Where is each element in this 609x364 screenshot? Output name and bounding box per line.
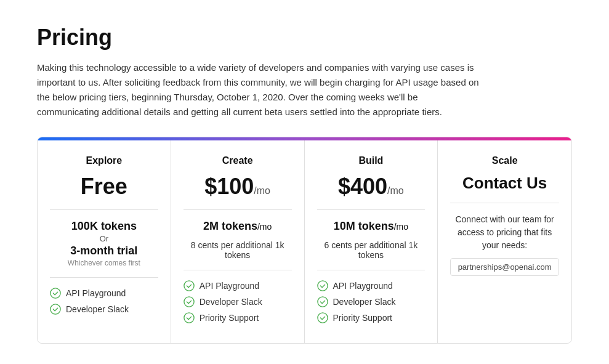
feature-label: API Playground bbox=[66, 288, 126, 298]
plan-explore-price: Free bbox=[50, 174, 158, 200]
plan-build-tokens-main: 10M tokens/mo bbox=[317, 220, 425, 233]
list-item: API Playground bbox=[50, 288, 158, 299]
check-icon bbox=[317, 312, 328, 323]
list-item: API Playground bbox=[184, 280, 292, 291]
svg-point-6 bbox=[317, 297, 327, 307]
plan-build-tokens: 10M tokens/mo bbox=[317, 220, 425, 233]
plan-create: Create $100/mo 2M tokens/mo 8 cents per … bbox=[171, 140, 305, 343]
svg-point-4 bbox=[184, 313, 194, 323]
plan-scale-name: Scale bbox=[450, 155, 559, 166]
list-item: API Playground bbox=[317, 280, 425, 291]
plan-explore-tokens-main: 100K tokens bbox=[50, 220, 158, 233]
plan-explore-tokens: 100K tokens Or 3-month trial Whichever c… bbox=[50, 220, 158, 267]
plan-explore-tokens-note: Whichever comes first bbox=[50, 259, 158, 267]
feature-label: Priority Support bbox=[333, 313, 392, 323]
feature-label: Developer Slack bbox=[333, 297, 396, 307]
plan-explore-name: Explore bbox=[50, 155, 158, 166]
plan-create-features: API Playground Developer Slack Priority … bbox=[184, 280, 292, 323]
plan-explore-tokens-trial: 3-month trial bbox=[50, 245, 158, 257]
intro-text: Making this technology accessible to a w… bbox=[37, 60, 480, 119]
feature-label: Developer Slack bbox=[200, 297, 262, 307]
svg-point-2 bbox=[184, 281, 194, 291]
check-icon bbox=[317, 280, 328, 291]
svg-point-7 bbox=[317, 313, 327, 323]
plan-build-features: API Playground Developer Slack Priority … bbox=[317, 280, 425, 323]
check-icon bbox=[184, 296, 195, 307]
list-item: Developer Slack bbox=[50, 304, 158, 315]
list-item: Developer Slack bbox=[184, 296, 292, 307]
svg-point-1 bbox=[50, 304, 60, 314]
svg-point-3 bbox=[184, 297, 194, 307]
check-icon bbox=[317, 296, 328, 307]
list-item: Priority Support bbox=[317, 312, 425, 323]
check-icon bbox=[50, 304, 61, 315]
plan-scale-price: Contact Us bbox=[450, 174, 559, 193]
plan-build-additional: 6 cents per additional 1k tokens bbox=[317, 240, 425, 260]
plan-create-additional: 8 cents per additional 1k tokens bbox=[184, 240, 292, 260]
plan-explore-features: API Playground Developer Slack bbox=[50, 288, 158, 315]
feature-label: Priority Support bbox=[200, 313, 259, 323]
plan-scale-desc: Connect with our team for access to pric… bbox=[450, 213, 559, 252]
plan-build-name: Build bbox=[317, 155, 425, 166]
list-item: Developer Slack bbox=[317, 296, 425, 307]
plan-explore-tokens-or: Or bbox=[50, 234, 158, 243]
svg-point-0 bbox=[50, 288, 60, 298]
plan-build-price: $400/mo bbox=[317, 174, 425, 200]
pricing-grid: Explore Free 100K tokens Or 3-month tria… bbox=[38, 140, 571, 343]
plan-create-price: $100/mo bbox=[184, 174, 292, 200]
svg-point-5 bbox=[317, 281, 327, 291]
plan-scale: Scale Contact Us Connect with our team f… bbox=[438, 140, 571, 343]
feature-label: API Playground bbox=[200, 281, 259, 291]
check-icon bbox=[50, 288, 61, 299]
feature-label: API Playground bbox=[333, 281, 393, 291]
list-item: Priority Support bbox=[184, 312, 292, 323]
check-icon bbox=[184, 312, 195, 323]
plan-create-name: Create bbox=[184, 155, 292, 166]
plan-explore: Explore Free 100K tokens Or 3-month tria… bbox=[38, 140, 171, 343]
plan-create-tokens-main: 2M tokens/mo bbox=[184, 220, 292, 233]
pricing-table: Explore Free 100K tokens Or 3-month tria… bbox=[37, 137, 572, 344]
plan-scale-email[interactable]: partnerships@openai.com bbox=[450, 258, 559, 276]
page-title: Pricing bbox=[37, 25, 572, 51]
check-icon bbox=[184, 280, 195, 291]
plan-build: Build $400/mo 10M tokens/mo 6 cents per … bbox=[305, 140, 438, 343]
plan-create-tokens: 2M tokens/mo bbox=[184, 220, 292, 233]
feature-label: Developer Slack bbox=[66, 304, 129, 314]
